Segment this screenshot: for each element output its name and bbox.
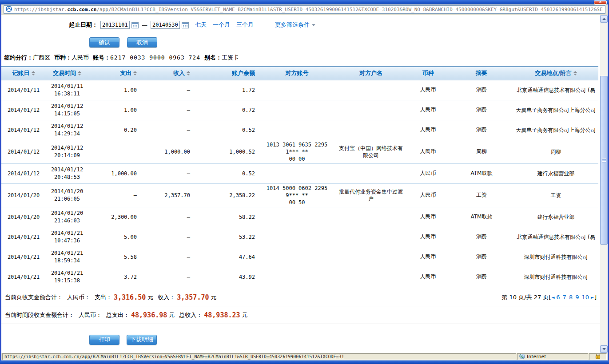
col-header-trans-time[interactable]: 交易时间 bbox=[46, 67, 88, 80]
cell-currency: 人民币 bbox=[406, 80, 450, 100]
page-link-10[interactable]: 10 bbox=[581, 294, 589, 301]
scroll-down-button[interactable] bbox=[600, 345, 608, 353]
next-page-link[interactable]: ► bbox=[591, 295, 594, 300]
cell-post-date: 2014/01/11 bbox=[1, 80, 46, 100]
page-out-total: 3,316.50 bbox=[114, 293, 146, 301]
cell-in: – bbox=[140, 207, 194, 227]
cell-place: 深圳市财付通科技有限公司 bbox=[513, 267, 598, 287]
cell-counter-account bbox=[259, 163, 335, 183]
cell-balance: 0.52 bbox=[194, 120, 259, 140]
cell-place: 北京通融通信息技术有限公司 (易 bbox=[513, 227, 598, 247]
scrollbar-thumb[interactable] bbox=[600, 76, 608, 245]
page-summary-currency: 人民币： bbox=[67, 293, 90, 301]
print-button[interactable]: 打印 bbox=[89, 335, 119, 345]
scroll-up-button[interactable] bbox=[600, 15, 608, 23]
branch-value: 广西区 bbox=[33, 54, 50, 61]
page-content: 起止日期： — 七天 一个月 三个月 更多筛选条件 确认 取消 签约分行：广西区… bbox=[0, 15, 609, 353]
calendar-icon[interactable] bbox=[131, 22, 139, 28]
cell-in: 1,000.00 bbox=[140, 140, 194, 163]
ccb-logo-icon bbox=[6, 6, 12, 13]
period-in-unit: 元 bbox=[242, 311, 248, 319]
cell-counter-account: 1014 5000 0602 2295 9*** ** 00 50 bbox=[259, 183, 335, 207]
more-filters-link[interactable]: 更多筛选条件 bbox=[275, 21, 315, 29]
calendar-icon[interactable] bbox=[182, 22, 189, 28]
cell-currency: 人民币 bbox=[406, 120, 450, 140]
cell-place: 工资 bbox=[513, 183, 598, 207]
date-from-input[interactable] bbox=[100, 21, 130, 29]
period-in-label: 总收入： bbox=[179, 311, 202, 319]
cell-balance: 0.52 bbox=[194, 163, 259, 183]
account-info-line: 签约分行：广西区币种：人民币账号：6217 0033 9000 0963 724… bbox=[4, 54, 600, 62]
page-summary-label: 当前页收支金额合计： bbox=[5, 293, 63, 301]
cell-counter-account bbox=[259, 80, 335, 100]
vertical-scrollbar[interactable] bbox=[600, 15, 608, 353]
cell-post-date: 2014/01/12 bbox=[1, 100, 46, 120]
page-out-label: 支出： bbox=[95, 293, 112, 301]
cell-summary: 消费 bbox=[450, 80, 513, 100]
page-in-total: 3,357.70 bbox=[177, 293, 209, 301]
cell-balance: 1.72 bbox=[194, 80, 259, 100]
date-filter-row: 起止日期： — 七天 一个月 三个月 更多筛选条件 bbox=[69, 20, 600, 30]
lock-icon bbox=[595, 353, 601, 360]
date-to-input[interactable] bbox=[151, 21, 180, 29]
cell-in: – bbox=[140, 80, 194, 100]
sort-icon bbox=[78, 71, 81, 75]
cell-trans-time: 2014/01/1214:29:34 bbox=[46, 120, 88, 140]
cell-currency: 人民币 bbox=[406, 207, 450, 227]
table-row: 2014/01/12 2014/01/1214:29:34 0.20 – 0.5… bbox=[1, 120, 598, 140]
scrollbar-track[interactable] bbox=[600, 23, 608, 345]
period-summary-currency: 人民币： bbox=[79, 311, 102, 319]
quick-range-3months[interactable]: 三个月 bbox=[236, 21, 254, 29]
cancel-button[interactable]: 取消 bbox=[127, 37, 157, 47]
cell-place: 天翼电子商务有限公司上海分公司 bbox=[513, 100, 598, 120]
page-link-6[interactable]: 6 bbox=[556, 294, 560, 301]
cell-out: – bbox=[88, 183, 140, 207]
cell-trans-time: 2014/01/2021:46:03 bbox=[46, 207, 88, 227]
download-details-button[interactable]: 下载明细 bbox=[127, 335, 157, 345]
page-link-7[interactable]: 7 bbox=[563, 294, 566, 301]
cell-out: 1.00 bbox=[88, 80, 140, 100]
page-summary-row: 当前页收支金额合计： 人民币： 支出： 3,316.50 元 收入： 3,357… bbox=[1, 293, 600, 306]
close-button[interactable]: × bbox=[594, 0, 607, 4]
quick-range-7days[interactable]: 七天 bbox=[195, 21, 207, 29]
cell-counter-account bbox=[259, 120, 335, 140]
col-header-post-date[interactable]: 记账日 bbox=[1, 67, 46, 80]
prev-page-link[interactable]: ◄ bbox=[551, 295, 554, 300]
col-header-in[interactable]: 收入 bbox=[140, 67, 194, 80]
cell-currency: 人民币 bbox=[406, 100, 450, 120]
date-range-label: 起止日期： bbox=[69, 21, 98, 29]
cell-counter-name bbox=[335, 163, 406, 183]
cell-out: – bbox=[88, 140, 140, 163]
cell-in: – bbox=[140, 120, 194, 140]
cell-balance: 53.22 bbox=[194, 227, 259, 247]
table-row: 2014/01/11 2014/01/1116:38:11 1.00 – 1.7… bbox=[1, 80, 598, 100]
cell-summary: 消费 bbox=[450, 227, 513, 247]
table-row: 2014/01/12 2014/01/1220:14:09 – 1,000.00… bbox=[1, 140, 598, 163]
cell-trans-time: 2014/01/2118:59:34 bbox=[46, 247, 88, 267]
confirm-button[interactable]: 确认 bbox=[89, 37, 119, 47]
cell-post-date: 2014/01/12 bbox=[1, 120, 46, 140]
col-header-out[interactable]: 支出 bbox=[88, 67, 140, 80]
browser-window: × https://ibsbjstar.ccb.com.cn/app/B2CMa… bbox=[0, 0, 609, 364]
col-header-summary: 摘要 bbox=[450, 67, 513, 80]
cell-balance: 47.64 bbox=[194, 247, 259, 267]
page-link-9[interactable]: 9 bbox=[575, 294, 579, 301]
cell-counter-name bbox=[335, 267, 406, 287]
quick-range-1month[interactable]: 一个月 bbox=[213, 21, 230, 29]
cell-post-date: 2014/01/21 bbox=[1, 247, 46, 267]
cell-post-date: 2014/01/20 bbox=[1, 183, 46, 207]
more-filters-label: 更多筛选条件 bbox=[275, 21, 310, 29]
col-header-place[interactable]: 交易地点/附言 bbox=[513, 67, 598, 80]
url-field[interactable]: https://ibsbjstar.ccb.com.cn/app/B2CMain… bbox=[4, 5, 605, 14]
period-in-total: 48,938.23 bbox=[204, 311, 240, 319]
cell-counter-name: 批量代付业务资金集中过渡户 bbox=[335, 183, 406, 207]
cell-balance: 0.72 bbox=[194, 100, 259, 120]
page-link-8[interactable]: 8 bbox=[569, 294, 573, 301]
cell-trans-time: 2014/01/1116:38:11 bbox=[46, 80, 88, 100]
cell-balance: 2,358.22 bbox=[194, 183, 259, 207]
pagination: 第 10 页/共 27 页[ ◄ 678910 ► ] bbox=[502, 293, 597, 301]
branch-label: 签约分行： bbox=[4, 54, 33, 61]
transactions-body: 2014/01/11 2014/01/1116:38:11 1.00 – 1.7… bbox=[1, 80, 598, 287]
cell-out: 3.72 bbox=[88, 267, 140, 287]
currency-value: 人民币 bbox=[72, 54, 89, 61]
